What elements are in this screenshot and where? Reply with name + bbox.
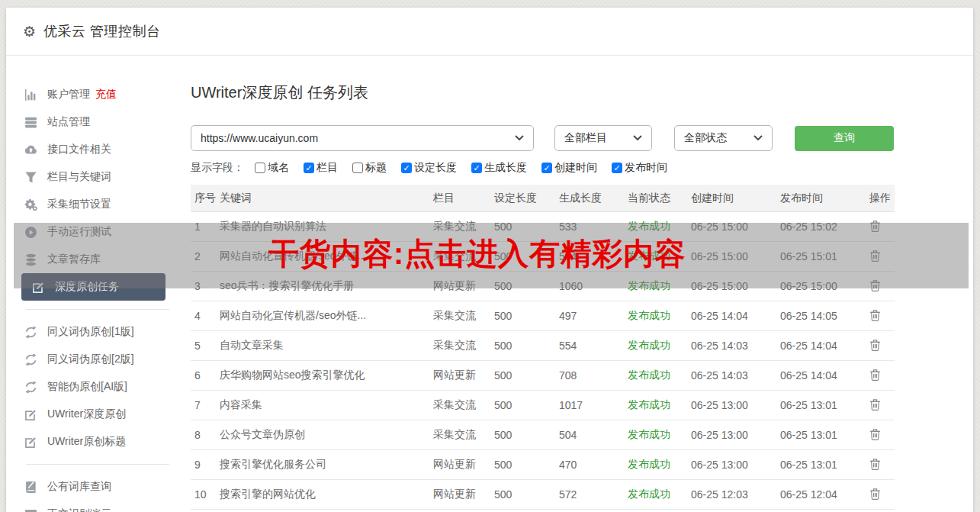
cloud-upload-icon [24, 143, 37, 156]
sidebar-item-label: 站点管理 [47, 115, 90, 129]
sidebar-item-label: 同义词伪原创[2版] [47, 353, 134, 366]
edit-icon [24, 436, 37, 449]
field-checkbox-label: 域名 [268, 161, 289, 175]
cell-index: 8 [191, 429, 218, 441]
cell-status: 发布成功 [626, 369, 689, 382]
cell-created-time: 06-25 14:03 [689, 340, 779, 352]
cell-created-time: 06-25 14:04 [689, 310, 779, 322]
cell-status: 发布成功 [626, 309, 689, 323]
delete-button[interactable] [864, 369, 895, 383]
sidebar-item-label: 正文识别演示 [47, 507, 111, 512]
app-title: 优采云 管理控制台 [43, 22, 161, 40]
recharge-badge[interactable]: 充值 [95, 88, 117, 101]
cell-column: 网站更新 [432, 488, 493, 501]
table-row: 7内容采集采集交流5001017发布成功06-25 13:0006-25 13:… [191, 391, 895, 420]
cell-set-length: 500 [493, 369, 557, 382]
column-select-value: 全部栏目 [564, 131, 607, 145]
status-select-value: 全部状态 [684, 131, 727, 145]
table-row: 5自动文章采集采集交流500554发布成功06-25 14:0306-25 14… [191, 331, 895, 361]
cell-set-length: 500 [493, 399, 557, 411]
sidebar-divider [26, 309, 169, 310]
cell-gen-length: 504 [557, 429, 626, 441]
top-header: ⚙ 优采云 管理控制台 [6, 8, 973, 56]
sidebar-item[interactable]: 栏目与关键词 [6, 163, 191, 191]
field-checkbox[interactable]: ✓栏目 [304, 161, 338, 175]
checkbox-unchecked-icon [352, 163, 363, 173]
sidebar-item[interactable]: UWriter原创标题 [6, 428, 191, 456]
field-checkbox[interactable]: ✓发布时间 [612, 161, 667, 175]
refresh-icon [24, 353, 37, 366]
sidebar-item-label: 栏目与关键词 [47, 170, 111, 184]
delete-button[interactable] [864, 309, 895, 324]
refresh-icon [24, 381, 37, 394]
cell-index: 5 [191, 340, 218, 352]
cell-set-length: 500 [493, 310, 557, 322]
table-header-cell: 关键词 [218, 192, 432, 205]
watermark-text: 干货内容:点击进入有精彩内容 [268, 233, 686, 275]
delete-button[interactable] [864, 339, 895, 353]
display-fields-row: 显示字段： 域名✓栏目标题✓设定长度✓生成长度✓创建时间✓发布时间 [191, 161, 973, 175]
filter-row: https://www.ucaiyun.com 全部栏目 全部状态 查询 [191, 125, 973, 151]
table-row: 4网站自动化宣传机器/seo外链...采集交流500497发布成功06-25 1… [191, 301, 895, 331]
cell-column: 网站更新 [432, 369, 493, 382]
field-checkbox[interactable]: 标题 [352, 161, 387, 175]
delete-button[interactable] [864, 398, 895, 413]
cell-published-time: 06-25 14:05 [779, 310, 864, 322]
server-icon [24, 116, 37, 129]
sidebar-item[interactable]: 站点管理 [6, 108, 191, 136]
delete-button[interactable] [864, 488, 895, 502]
sidebar-item-label: 智能伪原创[AI版] [47, 380, 127, 394]
trash-icon [869, 369, 881, 381]
sidebar-item[interactable]: 同义词伪原创[2版] [6, 346, 191, 373]
cell-index: 4 [191, 310, 218, 322]
checkbox-checked-icon: ✓ [541, 163, 552, 173]
cell-gen-length: 572 [557, 488, 626, 501]
cell-status: 发布成功 [626, 398, 689, 412]
field-checkbox[interactable]: 域名 [255, 161, 289, 175]
sidebar-item[interactable]: UWriter深度原创 [6, 401, 191, 428]
field-checkbox[interactable]: ✓生成长度 [471, 161, 527, 175]
sidebar-item-label: 同义词伪原创[1版] [47, 325, 134, 339]
table-header-cell: 当前状态 [626, 192, 689, 205]
sidebar-item-label: UWriter原创标题 [47, 435, 126, 449]
cell-gen-length: 708 [557, 369, 626, 382]
sidebar-item[interactable]: 正文识别演示 [6, 501, 191, 512]
cell-created-time: 06-25 12:03 [689, 488, 779, 501]
delete-button[interactable] [864, 428, 895, 443]
field-checkbox-group: 域名✓栏目标题✓设定长度✓生成长度✓创建时间✓发布时间 [255, 161, 682, 175]
column-select[interactable]: 全部栏目 [554, 125, 652, 151]
cell-keyword: 网站自动化宣传机器/seo外链... [218, 309, 432, 323]
site-select-value: https://www.ucaiyun.com [201, 132, 318, 144]
sidebar-item[interactable]: 接口文件相关 [6, 136, 191, 163]
cell-status: 发布成功 [626, 488, 689, 501]
sidebar-item[interactable]: 智能伪原创[AI版] [6, 373, 191, 401]
trash-icon [869, 488, 881, 500]
query-button[interactable]: 查询 [795, 126, 894, 151]
cell-published-time: 06-25 14:04 [779, 340, 864, 352]
sidebar-item[interactable]: 同义词伪原创[1版] [6, 318, 191, 346]
field-checkbox[interactable]: ✓设定长度 [401, 161, 457, 175]
chevron-down-icon [753, 135, 763, 141]
field-checkbox[interactable]: ✓创建时间 [541, 161, 597, 175]
site-select[interactable]: https://www.ucaiyun.com [191, 125, 534, 151]
bar-chart-icon [24, 89, 37, 101]
sidebar-item[interactable]: 采集细节设置 [6, 191, 191, 218]
cell-column: 采集交流 [432, 309, 493, 323]
sidebar-item[interactable]: 账户管理充值 [6, 81, 191, 108]
cell-published-time: 06-25 12:04 [779, 488, 864, 501]
cell-column: 网站更新 [432, 458, 493, 472]
status-select[interactable]: 全部状态 [674, 125, 773, 151]
trash-icon [869, 398, 881, 411]
page-title: UWriter深度原创 任务列表 [191, 82, 973, 103]
cell-published-time: 06-25 14:04 [779, 369, 864, 382]
gear-icon[interactable]: ⚙ [23, 24, 36, 39]
cell-index: 6 [191, 369, 218, 382]
trash-icon [869, 309, 881, 321]
gears-icon [24, 198, 37, 211]
cell-column: 采集交流 [432, 339, 493, 353]
delete-button[interactable] [864, 458, 895, 472]
table-row: 9搜索引擎优化服务公司网站更新500470发布成功06-25 13:0006-2… [191, 450, 895, 480]
sidebar-item-label: 采集细节设置 [47, 198, 111, 211]
cell-created-time: 06-25 13:00 [689, 459, 779, 471]
sidebar-item[interactable]: 公有词库查询 [6, 473, 191, 501]
